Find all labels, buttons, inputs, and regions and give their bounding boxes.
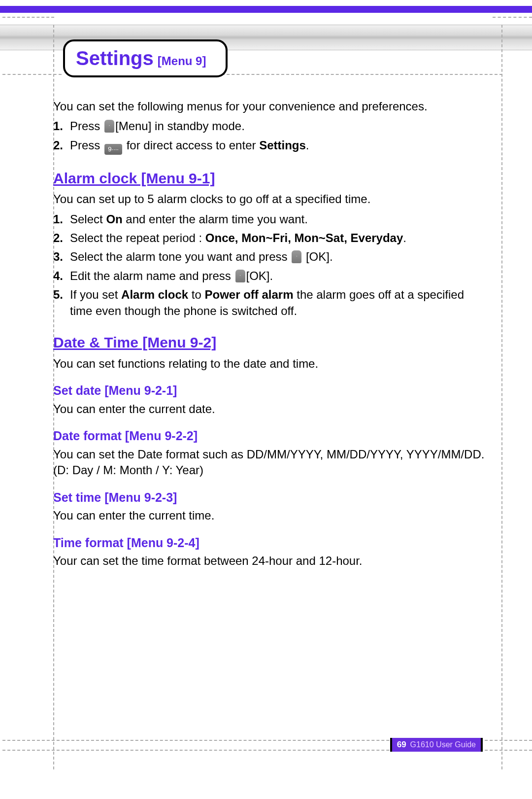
list-text: If you set Alarm clock to Power off alar… bbox=[70, 287, 488, 319]
page-title: Settings bbox=[76, 47, 154, 69]
list-number: 2. bbox=[53, 230, 68, 246]
list-item: 2.Press 9···· for direct access to enter… bbox=[53, 138, 488, 155]
list-text: Press [Menu] in standby mode. bbox=[70, 118, 488, 134]
section-heading-alarm: Alarm clock [Menu 9-1] bbox=[53, 169, 488, 189]
subsection-heading: Date format [Menu 9-2-2] bbox=[53, 428, 488, 445]
page-title-box: Settings [Menu 9] bbox=[63, 39, 228, 77]
section-heading-datetime: Date & Time [Menu 9-2] bbox=[53, 333, 488, 353]
top-purple-bar bbox=[0, 6, 532, 13]
page-content: You can set the following menus for your… bbox=[53, 99, 488, 573]
list-text: Select the repeat period : Once, Mon~Fri… bbox=[70, 230, 488, 246]
list-number: 4. bbox=[53, 268, 68, 284]
subsection-heading: Set date [Menu 9-2-1] bbox=[53, 382, 488, 399]
list-number: 1. bbox=[53, 211, 68, 227]
subsection-desc: You can set the Date format such as DD/M… bbox=[53, 447, 488, 479]
guide-label: G1610 User Guide bbox=[410, 740, 476, 749]
list-item: 2.Select the repeat period : Once, Mon~F… bbox=[53, 230, 488, 246]
key-9-icon: 9···· bbox=[104, 144, 122, 155]
dashed-rule bbox=[217, 74, 502, 75]
section-desc: You can set functions relating to the da… bbox=[53, 356, 488, 372]
softkey-icon bbox=[235, 270, 245, 282]
list-number: 2. bbox=[53, 138, 68, 155]
subsection-heading: Time format [Menu 9-2-4] bbox=[53, 535, 488, 552]
list-number: 3. bbox=[53, 249, 68, 265]
list-item: 4.Edit the alarm name and press [OK]. bbox=[53, 268, 488, 284]
softkey-icon bbox=[104, 120, 114, 133]
subsection-desc: You can enter the current date. bbox=[53, 401, 488, 417]
subsection-desc: You can enter the current time. bbox=[53, 508, 488, 523]
list-number: 5. bbox=[53, 287, 68, 319]
list-item: 1.Press [Menu] in standby mode. bbox=[53, 118, 488, 134]
list-text: Press 9···· for direct access to enter S… bbox=[70, 138, 488, 155]
subsection-heading: Set time [Menu 9-2-3] bbox=[53, 489, 488, 506]
list-item: 3.Select the alarm tone you want and pre… bbox=[53, 249, 488, 265]
intro-steps-list: 1.Press [Menu] in standby mode.2.Press 9… bbox=[53, 118, 488, 154]
section-desc: You can set up to 5 alarm clocks to go o… bbox=[53, 191, 488, 207]
list-text: Select On and enter the alarm time you w… bbox=[70, 211, 488, 227]
footer-badge: 69 G1610 User Guide bbox=[390, 738, 483, 752]
dashed-rule bbox=[493, 17, 532, 18]
list-item: 5.If you set Alarm clock to Power off al… bbox=[53, 287, 488, 319]
list-number: 1. bbox=[53, 118, 68, 134]
list-text: Select the alarm tone you want and press… bbox=[70, 249, 488, 265]
page-subtitle: [Menu 9] bbox=[158, 54, 206, 68]
dashed-rule bbox=[2, 74, 62, 75]
page-number: 69 bbox=[397, 740, 406, 750]
alarm-steps-list: 1.Select On and enter the alarm time you… bbox=[53, 211, 488, 319]
softkey-icon bbox=[292, 250, 301, 263]
dashed-rule bbox=[2, 17, 54, 18]
subsection-desc: Your can set the time format between 24-… bbox=[53, 553, 488, 569]
list-item: 1.Select On and enter the alarm time you… bbox=[53, 211, 488, 227]
intro-text: You can set the following menus for your… bbox=[53, 99, 488, 114]
list-text: Edit the alarm name and press [OK]. bbox=[70, 268, 488, 284]
